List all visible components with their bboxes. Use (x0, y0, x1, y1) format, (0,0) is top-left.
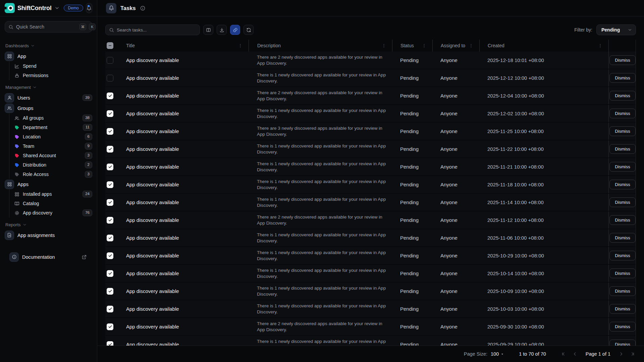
next-page-icon[interactable] (619, 351, 624, 357)
dismiss-button[interactable]: Dismiss (609, 304, 636, 314)
link-button[interactable] (230, 25, 240, 35)
columns-button[interactable] (203, 25, 213, 35)
sidebar-item-app-discovery[interactable]: App discovery 76 (14, 208, 92, 218)
row-checkbox-cell (105, 265, 123, 282)
row-checkbox[interactable] (107, 75, 113, 81)
dismiss-button[interactable]: Dismiss (609, 340, 636, 346)
row-checkbox[interactable] (107, 323, 113, 330)
select-all-checkbox[interactable] (107, 42, 113, 49)
dismiss-button[interactable]: Dismiss (609, 215, 636, 225)
row-checkbox[interactable] (107, 235, 113, 241)
section-label-text: Dashboards (5, 43, 29, 48)
sidebar-item-catalog[interactable]: Catalog (14, 199, 92, 208)
quick-search-input[interactable] (16, 24, 77, 29)
row-checkbox[interactable] (107, 110, 113, 117)
row-checkbox[interactable] (107, 128, 113, 135)
sidebar-item-app[interactable]: App (5, 51, 92, 61)
sidebar-item-users[interactable]: Users 39 (5, 93, 92, 103)
row-checkbox[interactable] (107, 181, 113, 188)
dismiss-button[interactable]: Dismiss (609, 322, 636, 331)
table-row: App discovery available There is 1 newly… (105, 336, 636, 346)
table-row: App discovery available There are 2 newl… (105, 318, 636, 336)
section-label-reports[interactable]: Reports (5, 222, 92, 227)
info-icon[interactable] (140, 5, 146, 11)
sidebar-item-permissions[interactable]: Permissions (14, 71, 92, 80)
task-created-cell: 2025-11-06 10:00 +08:00 (479, 229, 608, 246)
page-size-select[interactable]: 100 (491, 351, 504, 357)
sidebar-item-groups[interactable]: Groups (5, 103, 92, 113)
sidebar-item-shared-account[interactable]: Shared Account 3 (14, 151, 92, 160)
dismiss-button[interactable]: Dismiss (609, 73, 636, 83)
section-label-management[interactable]: Management (5, 85, 92, 90)
task-assigned-cell: Anyone (432, 300, 479, 317)
sidebar-item-distribution[interactable]: Distribution 2 (14, 160, 92, 170)
table-row: App discovery available There is 1 newly… (105, 194, 636, 212)
dismiss-button[interactable]: Dismiss (609, 126, 636, 136)
demo-badge[interactable]: Demo (64, 5, 83, 11)
dismiss-button[interactable]: Dismiss (609, 91, 636, 101)
row-checkbox[interactable] (107, 306, 113, 312)
row-checkbox[interactable] (107, 341, 113, 346)
column-menu-icon[interactable] (422, 44, 426, 48)
sidebar-item-apps[interactable]: Apps (5, 179, 92, 189)
quick-search[interactable]: ⌘ K (5, 21, 92, 33)
dismiss-button[interactable]: Dismiss (609, 109, 636, 118)
row-checkbox[interactable] (107, 217, 113, 224)
row-checkbox[interactable] (107, 93, 113, 99)
dismiss-button[interactable]: Dismiss (609, 286, 636, 296)
tasks-search-input[interactable] (117, 27, 196, 33)
row-checkbox[interactable] (107, 164, 113, 170)
first-page-icon[interactable] (561, 351, 566, 357)
status-text: Pending (400, 342, 419, 346)
filter-select[interactable]: Pending (596, 24, 636, 35)
row-checkbox[interactable] (107, 252, 113, 259)
download-button[interactable] (217, 25, 227, 35)
dismiss-button[interactable]: Dismiss (609, 268, 636, 278)
row-checkbox[interactable] (107, 288, 113, 295)
task-assigned-cell: Anyone (432, 87, 479, 104)
dismiss-button[interactable]: Dismiss (609, 251, 636, 260)
status-text: Pending (400, 146, 419, 152)
column-menu-icon[interactable] (469, 44, 473, 48)
grid-icon (14, 192, 19, 197)
dismiss-button[interactable]: Dismiss (609, 162, 636, 172)
chevron-down-icon[interactable] (54, 5, 60, 11)
sidebar-item-all-groups[interactable]: All groups 38 (14, 113, 92, 123)
status-text: Pending (400, 288, 419, 294)
column-menu-icon[interactable] (382, 44, 386, 48)
sidebar-item-label: Catalog (23, 201, 39, 206)
dismiss-button[interactable]: Dismiss (609, 197, 636, 207)
notifications-button[interactable] (86, 3, 92, 13)
sidebar-item-team[interactable]: Team 9 (14, 141, 92, 151)
dismiss-button[interactable]: Dismiss (609, 144, 636, 154)
refresh-button[interactable] (244, 25, 254, 35)
sidebar-item-role-access[interactable]: Role Access 3 (14, 170, 92, 179)
task-description: There is 1 newly discovered app availabl… (257, 267, 386, 280)
sidebar-item-documentation[interactable]: Documentation (9, 252, 88, 262)
assigned-to-text: Anyone (440, 75, 458, 81)
status-text: Pending (400, 270, 419, 276)
column-menu-icon[interactable] (598, 44, 602, 48)
last-page-icon[interactable] (630, 351, 635, 357)
task-created-cell: 2025-11-22 10:00 +08:00 (479, 140, 608, 158)
column-menu-icon[interactable] (238, 44, 243, 48)
section-label-dashboards[interactable]: Dashboards (5, 43, 92, 48)
row-checkbox[interactable] (107, 57, 113, 64)
dismiss-button[interactable]: Dismiss (609, 233, 636, 243)
dismiss-button[interactable]: Dismiss (609, 180, 636, 189)
toolbar: Filter by: Pending (105, 24, 636, 35)
sidebar-item-label: All groups (23, 115, 44, 121)
prev-page-icon[interactable] (572, 351, 578, 357)
dismiss-button[interactable]: Dismiss (609, 55, 636, 65)
row-checkbox[interactable] (107, 146, 113, 153)
row-checkbox[interactable] (107, 199, 113, 206)
sidebar-item-app-assignments[interactable]: App assignments (5, 230, 92, 240)
sidebar-item-installed-apps[interactable]: Installed apps 24 (14, 189, 92, 199)
tasks-search[interactable] (105, 24, 200, 35)
row-checkbox[interactable] (107, 270, 113, 277)
chevron-down-icon (22, 223, 27, 227)
sidebar-item-spend[interactable]: Spend (14, 61, 92, 71)
sidebar-item-location[interactable]: Location 6 (14, 132, 92, 141)
task-created-cell: 2025-10-14 10:00 +08:00 (479, 265, 608, 282)
sidebar-item-department[interactable]: Department 11 (14, 123, 92, 132)
